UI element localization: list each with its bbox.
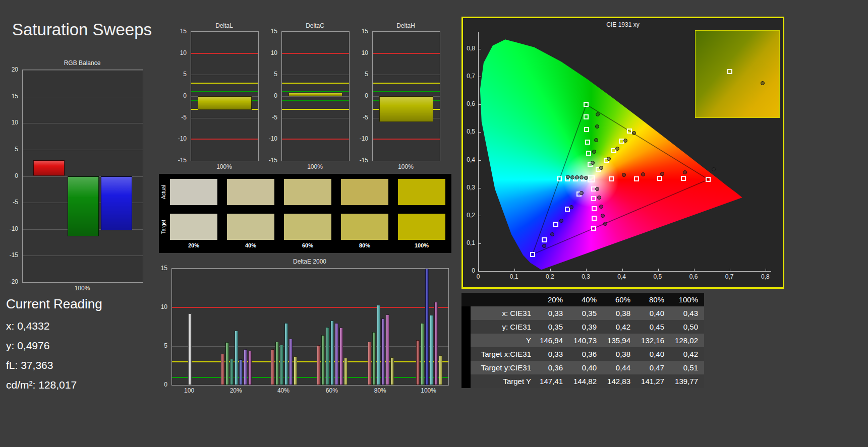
table-col-header: 20% [535, 293, 569, 306]
reference-line [373, 83, 440, 84]
deltae-bar [321, 335, 325, 385]
table-value: 135,94 [603, 334, 636, 347]
table-value: 141,27 [636, 374, 670, 388]
delta-c-plot [281, 31, 350, 161]
table-value: 144,82 [569, 374, 603, 388]
gridline [282, 118, 349, 118]
swatch-percent-label: 100% [398, 242, 445, 248]
rgb-balance-y-axis: 20151050-5-10-15-20 [4, 70, 20, 282]
deltae-bar [317, 345, 320, 385]
y-tick-label: -15 [4, 251, 18, 259]
table-value: 128,02 [670, 334, 704, 347]
deltae-bar [377, 305, 380, 385]
delta-e2000-chart: DeltaE 2000 151050 10020%40%60%80%100% [154, 258, 457, 397]
current-reading-cdm2: cd/m²: 128,017 [6, 379, 102, 391]
reference-line [282, 91, 349, 92]
table-value: 0,47 [636, 361, 670, 374]
reference-line [191, 83, 258, 84]
cie-measured-dot [597, 196, 601, 200]
y-tick-label: 15 [4, 93, 18, 100]
cie-target-square [681, 176, 686, 181]
cie-measured-dot [601, 214, 605, 218]
y-tick-label: 0,2 [463, 212, 475, 219]
y-tick-label: 5 [4, 146, 18, 153]
delta-l-plot [191, 31, 259, 161]
reference-line [172, 361, 448, 362]
delta-e2000-x-axis: 10020%40%60%80%100% [171, 387, 448, 395]
deltae-bar [430, 315, 433, 385]
reference-line [373, 139, 440, 140]
current-reading: Current Reading x: 0,4332 y: 0,4976 fL: … [6, 296, 102, 399]
y-tick-label: -10 [4, 225, 18, 232]
cie-target-square [584, 127, 589, 132]
delta-l-y-axis: 151050-5-10-15 [173, 31, 189, 160]
y-tick-label: -15 [355, 157, 368, 164]
gridline [191, 161, 258, 161]
cie-target-square [627, 129, 632, 134]
cie-target-square [585, 140, 590, 145]
table-value: 0,36 [535, 361, 569, 374]
table-value: 0,40 [636, 347, 670, 361]
actual-swatch-60% [284, 179, 331, 205]
cie-target-square [609, 176, 614, 181]
y-tick-label: 10 [264, 49, 277, 56]
reference-line [282, 109, 349, 110]
gridline [172, 269, 448, 269]
current-reading-heading: Current Reading [6, 296, 102, 312]
cie-target-square [591, 226, 596, 231]
y-tick-label: 20 [4, 66, 18, 73]
blue-bar [101, 176, 132, 230]
table-value: 139,77 [670, 374, 704, 388]
cie-measured-dot [550, 232, 554, 236]
cie-measured-dot [632, 131, 636, 135]
y-tick-label: 15 [355, 28, 368, 35]
inset-measured-dot [761, 81, 765, 85]
current-reading-x: x: 0,4332 [6, 320, 102, 332]
gridline [282, 32, 349, 32]
current-reading-fl: fL: 37,363 [6, 359, 102, 371]
delta-l-chart: DeltaL 151050-5-10-15 100% [170, 22, 261, 173]
actual-swatch-40% [227, 179, 274, 205]
swatch-row-label-actual: Actual [161, 179, 168, 205]
target-swatch-40% [227, 214, 274, 240]
deltae-bar [381, 318, 385, 385]
gridline [23, 97, 143, 97]
cie-measured-dot [683, 170, 687, 174]
y-tick-label: -5 [264, 114, 277, 121]
delta-l-title: DeltaL [191, 22, 258, 29]
cie-target-square [591, 196, 596, 201]
table-value: 0,44 [603, 361, 636, 374]
green-bar [68, 176, 99, 237]
table-value: 0,35 [569, 306, 603, 320]
y-tick-label: -20 [4, 278, 18, 285]
gridline [23, 123, 143, 123]
table-col-header: 100% [670, 293, 704, 306]
cie-target-square [592, 206, 597, 211]
reference-line [191, 53, 258, 54]
gridline [191, 32, 258, 32]
rgb-balance-chart: RGB Balance 20151050-5-10-15-20 100% [4, 59, 145, 296]
table-value: 0,42 [603, 320, 636, 334]
table-value: 0,40 [569, 361, 603, 374]
target-swatch-60% [284, 214, 331, 240]
deltae-bar [221, 354, 224, 385]
table-value: 0,35 [535, 320, 569, 334]
target-swatch-20% [170, 214, 217, 240]
deltae-bar [244, 349, 247, 385]
deltae-bar [386, 314, 389, 385]
swatch-percent-label: 60% [284, 242, 331, 248]
reference-line [373, 53, 440, 54]
cie-measured-dot [542, 244, 546, 248]
table-col-header: 80% [636, 293, 670, 306]
delta-e2000-title: DeltaE 2000 [171, 258, 448, 265]
delta-h-plot [372, 31, 440, 161]
deltae-bar [239, 359, 243, 385]
y-tick-label: -5 [355, 114, 368, 121]
cie-measured-dot [569, 205, 573, 209]
deltae-bar [271, 349, 274, 385]
y-tick-label: 0 [4, 172, 18, 179]
deltae-bar [230, 359, 234, 385]
x-tick-label: 0,3 [582, 273, 590, 280]
deltae-bar [248, 351, 252, 385]
delta-h-chart: DeltaH 151050-5-10-15 100% [352, 22, 443, 173]
